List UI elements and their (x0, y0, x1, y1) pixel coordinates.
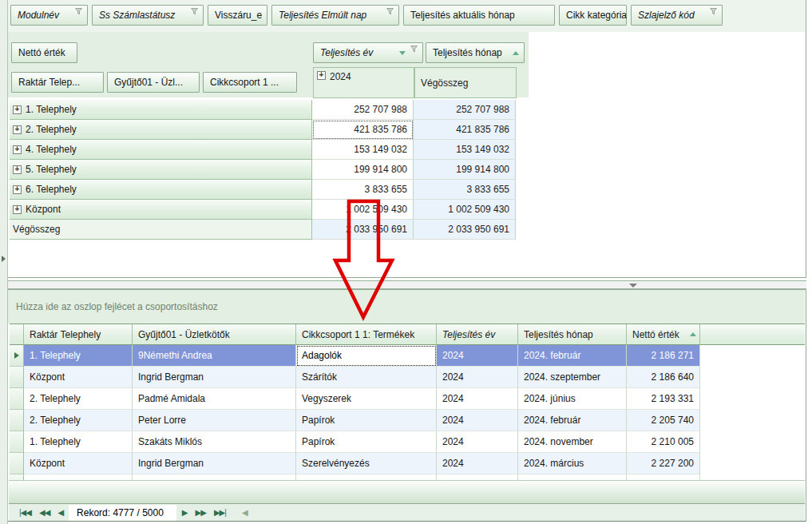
pivot-cell[interactable]: 421 835 786 (414, 120, 516, 140)
table-row-partial[interactable]: Központ Ingrid Bergman Vegyszerek 2024 2… (10, 474, 701, 480)
cell-site[interactable]: 1. Telephely (24, 431, 133, 453)
column-header-gyujto01[interactable]: Gyűjtő01 - Üzletkötők (133, 324, 296, 345)
pivot-cell[interactable]: 2 033 950 691 (312, 220, 414, 240)
pivot-row-header[interactable]: 5. Telephely (10, 160, 312, 180)
pivot-cell[interactable]: 3 833 655 (312, 180, 414, 200)
cell-year[interactable]: 2024 (437, 474, 518, 480)
splitter-collapse-icon[interactable] (629, 284, 637, 288)
cell-month[interactable]: 2024. március (518, 453, 627, 474)
cell-year[interactable]: 2024 (437, 345, 518, 367)
pivot-row-header[interactable]: Központ (10, 200, 312, 220)
cell-net[interactable]: 2 227 200 (627, 453, 700, 474)
nav-last-icon[interactable]: ▶▶| (210, 508, 230, 517)
expand-panel-arrow-icon[interactable] (2, 256, 6, 262)
pivot-cell[interactable]: 199 914 800 (414, 160, 516, 180)
table-row-selected[interactable]: 1. Telephely 9Némethi Andrea Adagolók 20… (10, 345, 701, 367)
cell-agent[interactable]: Peter Lorre (133, 410, 296, 431)
cell-agent[interactable]: Szakáts Miklós (133, 431, 296, 453)
cell-net[interactable]: 2 210 005 (627, 431, 700, 453)
pivot-cell[interactable]: 1 002 509 430 (414, 200, 516, 220)
expand-icon[interactable] (317, 71, 326, 80)
cell-year[interactable]: 2024 (437, 453, 518, 474)
pivot-column-header-2024[interactable]: 2024 (313, 67, 414, 98)
column-header-teljesites-honap[interactable]: Teljesítés hónap (518, 324, 627, 345)
cell-agent[interactable]: Padmé Amidala (133, 388, 296, 410)
cell-year[interactable]: 2024 (437, 410, 518, 431)
filter-field-visszaru[interactable]: Visszáru_e (208, 5, 267, 26)
cell-month[interactable]: 2024. szeptember (518, 474, 627, 480)
nav-next-page-icon[interactable]: ▶▶ (192, 508, 210, 517)
column-header-raktar-telephely[interactable]: Raktár Telephely (24, 324, 133, 345)
nav-first-icon[interactable]: |◀◀ (15, 508, 35, 517)
nav-edit-icon[interactable]: ◀ (238, 508, 252, 517)
filter-icon[interactable] (410, 46, 418, 53)
cell-month[interactable]: 2024. szeptember (518, 367, 627, 388)
nav-prev-icon[interactable]: ◀ (53, 508, 67, 517)
pivot-row-header[interactable]: 2. Telephely (10, 120, 312, 140)
table-row[interactable]: 1. Telephely Szakáts Miklós Papírok 2024… (10, 431, 701, 453)
pivot-row-header[interactable]: Végösszeg (10, 220, 312, 240)
row-field-cikkcsoport[interactable]: Cikkcsoport 1 ... (203, 72, 297, 93)
table-row[interactable]: 2. Telephely Peter Lorre Papírok 2024 20… (10, 410, 701, 431)
cell-agent[interactable]: Ingrid Bergman (133, 453, 296, 474)
cell-month[interactable]: 2024. június (518, 388, 627, 410)
cell-month[interactable]: 2024. november (518, 431, 627, 453)
cell-agent[interactable]: 9Némethi Andrea (133, 345, 296, 367)
filter-field-szlajelzo-kod[interactable]: Szlajelző kód (631, 5, 723, 26)
table-row[interactable]: Központ Ingrid Bergman Szerelvényezés 20… (10, 453, 701, 474)
pivot-cell[interactable]: 199 914 800 (312, 160, 414, 180)
cell-month[interactable]: 2024. február (518, 410, 627, 431)
filter-icon[interactable] (710, 8, 717, 15)
cell-site[interactable]: 2. Telephely (24, 410, 133, 431)
cell-month[interactable]: 2024. február (518, 345, 627, 367)
pivot-cell[interactable]: 2 033 950 691 (414, 220, 516, 240)
expand-icon[interactable] (13, 165, 22, 174)
filter-icon[interactable] (75, 8, 82, 15)
group-by-panel[interactable]: Húzza ide az oszlop fejlécet a csoportos… (8, 290, 805, 324)
cell-net[interactable]: 2 231 021 (627, 474, 700, 480)
horizontal-splitter[interactable] (8, 280, 806, 289)
cell-year[interactable]: 2024 (437, 367, 518, 388)
cell-group[interactable]: Vegyszerek (296, 474, 437, 480)
column-field-teljesites-honap[interactable]: Teljesítés hónap (426, 42, 525, 63)
cell-group-focused[interactable]: Adagolók (296, 345, 437, 367)
cell-site[interactable]: Központ (24, 367, 133, 388)
cell-site[interactable]: 1. Telephely (24, 345, 133, 367)
cell-agent[interactable]: Ingrid Bergman (133, 474, 296, 480)
cell-group[interactable]: Papírok (296, 410, 437, 431)
nav-next-icon[interactable]: ▶ (178, 508, 192, 517)
pivot-cell[interactable]: 1 002 509 430 (312, 200, 414, 220)
table-row[interactable]: Központ Ingrid Bergman Szárítók 2024 202… (10, 367, 701, 388)
filter-field-szamlastatusz[interactable]: Ss Számlastátusz (92, 5, 204, 26)
pivot-cell[interactable]: 153 149 032 (312, 140, 414, 160)
cell-site[interactable]: 2. Telephely (24, 388, 133, 410)
cell-group[interactable]: Vegyszerek (296, 388, 437, 410)
cell-site[interactable]: Központ (24, 474, 133, 480)
cell-net[interactable]: 2 186 640 (627, 367, 700, 388)
expand-icon[interactable] (13, 105, 22, 114)
cell-net[interactable]: 2 205 740 (627, 410, 700, 431)
row-field-raktar-telephely[interactable]: Raktár Telep... (11, 72, 104, 93)
expand-icon[interactable] (13, 205, 22, 214)
nav-prev-page-icon[interactable]: ◀◀ (35, 508, 53, 517)
column-field-teljesites-ev[interactable]: Teljesítés év (313, 42, 423, 63)
pivot-cell[interactable]: 153 149 032 (414, 140, 516, 160)
filter-icon[interactable] (386, 8, 394, 15)
column-header-cikkcsoport[interactable]: Cikkcsoport 1 1: Termékek (296, 324, 437, 345)
expand-icon[interactable] (13, 125, 22, 134)
pivot-row-header[interactable]: 1. Telephely (10, 100, 312, 120)
cell-year[interactable]: 2024 (437, 388, 518, 410)
filter-field-elmult-nap[interactable]: Teljesítés Elmúlt nap (271, 5, 399, 26)
cell-site[interactable]: Központ (24, 453, 133, 474)
table-row[interactable]: 2. Telephely Padmé Amidala Vegyszerek 20… (10, 388, 701, 410)
cell-net[interactable]: 2 186 271 (627, 345, 700, 367)
filter-field-cikk-kategoria[interactable]: Cikk kategória (559, 5, 627, 26)
filter-field-modulnev[interactable]: Modulnév (10, 5, 88, 26)
expand-icon[interactable] (13, 185, 22, 194)
cell-net[interactable]: 2 193 331 (627, 388, 700, 410)
column-header-teljesites-ev[interactable]: Teljesítés év (437, 324, 518, 345)
pivot-cell[interactable]: 252 707 988 (414, 100, 516, 120)
pivot-cell-focused[interactable]: 421 835 786 (312, 120, 414, 140)
pivot-cell[interactable]: 3 833 655 (414, 180, 516, 200)
pivot-row-header[interactable]: 6. Telephely (10, 180, 312, 200)
